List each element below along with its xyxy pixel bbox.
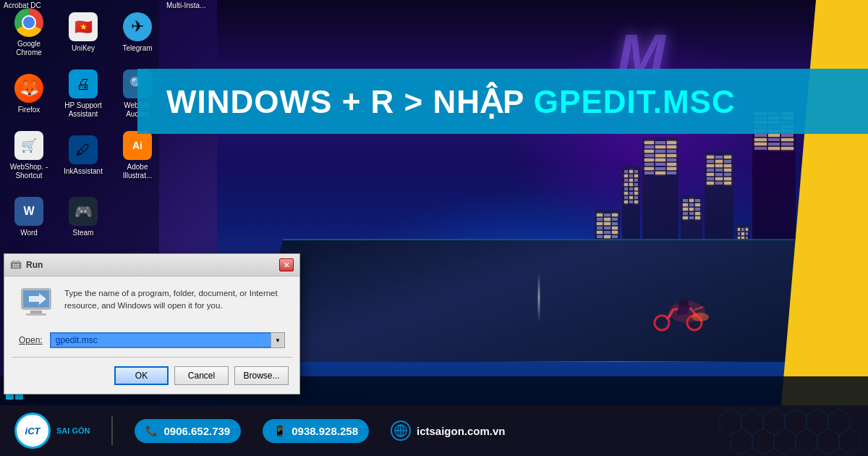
svg-marker-26 xyxy=(807,409,828,435)
icon-unikey[interactable]: 🇻🇳 UniKey xyxy=(58,4,109,62)
banner-text-highlight: GPEDIT.MSC xyxy=(534,84,736,119)
logo-circle: iCT xyxy=(14,413,51,449)
word-icon-img: W xyxy=(14,197,43,226)
svg-rect-10 xyxy=(17,264,19,266)
inkassistant-icon-label: InkAssistant xyxy=(64,167,103,176)
desktop: M xyxy=(0,0,868,405)
adobe-illustrator-icon-img: Ai xyxy=(123,131,152,160)
word-icon-label: Word xyxy=(20,229,38,237)
svg-rect-11 xyxy=(13,266,14,268)
banner-text-normal: WINDOWS + R > NHẬP xyxy=(166,84,534,119)
banner-text: WINDOWS + R > NHẬP GPEDIT.MSC xyxy=(166,83,736,120)
svg-point-4 xyxy=(692,313,709,321)
motorcycle xyxy=(651,294,709,337)
phone2-icon: 📱 xyxy=(273,425,286,436)
run-body: Type the name of a program, folder, docu… xyxy=(4,276,299,329)
footer-divider xyxy=(111,416,113,445)
hex-decoration xyxy=(716,405,861,456)
icon-adobe-illustrator[interactable]: Ai Adobe Illustrat... xyxy=(112,127,163,185)
icon-firefox[interactable]: 🦊 Firefox xyxy=(4,65,54,123)
svg-rect-17 xyxy=(26,313,46,316)
run-large-icon xyxy=(19,287,54,318)
website-url: ictsaigon.com.vn xyxy=(417,425,506,437)
telegram-icon-label: Telegram xyxy=(122,44,152,53)
unikey-icon-img: 🇻🇳 xyxy=(69,12,98,41)
svg-rect-6 xyxy=(12,261,15,263)
webshop-icon-img: 🛒 xyxy=(14,131,43,160)
adobe-illustrator-icon-label: Adobe Illustrat... xyxy=(115,163,160,180)
firefox-icon-img: 🦊 xyxy=(14,74,43,103)
phone1-number: 0906.652.739 xyxy=(163,425,230,437)
run-buttons: OK Cancel Browse... xyxy=(4,358,299,394)
steam-icon-label: Steam xyxy=(73,229,94,237)
svg-marker-27 xyxy=(828,409,850,435)
svg-rect-13 xyxy=(17,266,19,268)
svg-rect-7 xyxy=(17,261,20,263)
icon-google-chrome[interactable]: Google Chrome xyxy=(4,4,54,62)
icon-steam[interactable]: 🎮 Steam xyxy=(58,188,109,246)
svg-marker-31 xyxy=(796,428,817,455)
steam-icon-img: 🎮 xyxy=(69,197,98,226)
svg-marker-25 xyxy=(785,409,807,435)
svg-marker-22 xyxy=(720,409,741,435)
svg-marker-29 xyxy=(752,428,774,455)
run-title-text: Run xyxy=(26,260,43,270)
svg-rect-9 xyxy=(15,264,17,266)
run-description: Type the name of a program, folder, docu… xyxy=(64,287,285,313)
run-input-field[interactable] xyxy=(50,332,285,348)
icon-telegram[interactable]: ✈ Telegram xyxy=(112,4,163,62)
road-surface xyxy=(250,239,827,362)
phone2-contact[interactable]: 📱 0938.928.258 xyxy=(263,419,369,443)
logo-saigon-text: SAI GÓN xyxy=(56,426,90,435)
svg-rect-12 xyxy=(15,266,17,268)
chrome-icon-label: Google Chrome xyxy=(7,40,51,57)
chrome-icon-img xyxy=(14,8,43,37)
icon-webshop[interactable]: 🛒 WebShop. - Shortcut xyxy=(4,127,54,185)
logo-ict-text: iCT xyxy=(25,426,41,436)
run-close-button[interactable]: ✕ xyxy=(279,258,294,271)
logo-text-group: SAI GÓN xyxy=(56,426,90,435)
firefox-icon-label: Firefox xyxy=(18,106,41,114)
phone1-contact[interactable]: 📞 0906.652.739 xyxy=(135,419,241,443)
neon-road-line xyxy=(492,361,745,362)
run-cancel-button[interactable]: Cancel xyxy=(174,366,229,385)
svg-marker-23 xyxy=(741,409,763,435)
run-input-wrapper: ▼ xyxy=(50,332,285,348)
hp-support-icon-img: 🖨 xyxy=(69,69,98,98)
run-titlebar: Run ✕ xyxy=(4,254,299,276)
phone2-number: 0938.928.258 xyxy=(292,425,358,437)
telegram-icon-img: ✈ xyxy=(123,12,152,41)
website-contact[interactable]: ictsaigon.com.vn xyxy=(391,421,506,441)
run-dropdown-arrow[interactable]: ▼ xyxy=(271,332,285,348)
footer: iCT SAI GÓN 📞 0906.652.739 📱 0938.928.25… xyxy=(0,405,868,456)
run-open-row: Open: ▼ xyxy=(4,329,299,357)
acrobat-label: Acrobat DC xyxy=(4,1,41,9)
unikey-icon-label: UniKey xyxy=(72,44,95,53)
run-title-icon xyxy=(10,259,22,271)
icon-word[interactable]: W Word xyxy=(4,188,54,246)
run-dialog: Run ✕ Type the name of a program, folder… xyxy=(4,253,300,394)
city-background: M xyxy=(217,0,868,405)
svg-marker-32 xyxy=(817,428,839,455)
run-ok-button[interactable]: OK xyxy=(114,366,169,385)
instruction-banner: WINDOWS + R > NHẬP GPEDIT.MSC xyxy=(137,69,868,134)
multi-install-label: Multi-Insta... xyxy=(166,1,205,9)
phone1-icon: 📞 xyxy=(145,425,158,436)
svg-marker-24 xyxy=(763,409,785,435)
inkassistant-icon-img: 🖊 xyxy=(69,135,98,164)
svg-marker-30 xyxy=(774,428,796,455)
run-browse-button[interactable]: Browse... xyxy=(234,366,289,385)
run-title-left: Run xyxy=(10,259,43,271)
icon-hp-support[interactable]: 🖨 HP Support Assistant xyxy=(58,65,109,123)
hp-support-icon-label: HP Support Assistant xyxy=(61,101,106,119)
svg-rect-8 xyxy=(13,264,14,266)
run-open-label: Open: xyxy=(19,335,43,345)
svg-rect-16 xyxy=(30,311,42,313)
footer-logo: iCT SAI GÓN xyxy=(14,413,90,449)
svg-marker-28 xyxy=(731,428,752,455)
website-icon xyxy=(391,421,411,441)
icon-inkassistant[interactable]: 🖊 InkAssistant xyxy=(58,127,109,185)
webshop-icon-label: WebShop. - Shortcut xyxy=(7,163,51,180)
svg-marker-33 xyxy=(839,428,861,455)
